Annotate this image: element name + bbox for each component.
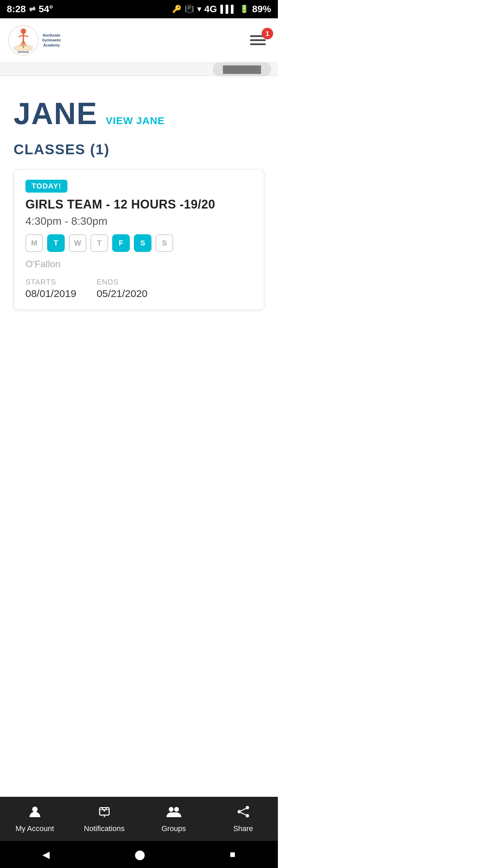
student-name: JANE (14, 96, 98, 131)
svg-point-2 (21, 28, 26, 34)
dates-row: STARTS 08/01/2019 ENDS 05/21/2020 (25, 278, 252, 299)
starts-label: STARTS (25, 278, 76, 287)
day-S-5: S (134, 234, 151, 252)
status-4g: 4G (204, 4, 217, 15)
status-time: 8:28 (7, 4, 26, 15)
status-left: 8:28 ⇌ 54° (7, 4, 53, 15)
menu-badge: 1 (262, 28, 273, 39)
divider-area: ▓▓▓▓▓▓▓ (0, 62, 278, 76)
hamburger-line-3 (250, 43, 266, 45)
day-T-1: T (47, 234, 65, 252)
divider-button[interactable]: ▓▓▓▓▓▓▓ (213, 62, 271, 76)
day-S-6: S (156, 234, 173, 252)
battery-icon: 🔋 (240, 5, 249, 14)
status-temp: 54° (39, 4, 53, 15)
day-M-0: M (25, 234, 43, 252)
days-row: MTWTFSS (25, 234, 252, 252)
menu-button-container: 1 (246, 31, 270, 49)
class-card: TODAY! GIRLS TEAM - 12 HOURS -19/20 4:30… (14, 169, 264, 310)
status-hotspot-icon: ⇌ (29, 5, 35, 14)
starts-date: 08/01/2019 (25, 288, 76, 299)
vibrate-icon: 📳 (185, 5, 194, 14)
class-time: 4:30pm - 8:30pm (25, 215, 252, 228)
classes-heading: CLASSES (1) (14, 141, 264, 158)
ends-label: ENDS (97, 278, 147, 287)
ends-date: 05/21/2020 (97, 288, 147, 299)
starts-group: STARTS 08/01/2019 (25, 278, 76, 299)
hamburger-line-2 (250, 39, 266, 41)
signal-icon: ▌▌▌ (220, 5, 236, 14)
class-title: GIRLS TEAM - 12 HOURS -19/20 (25, 197, 252, 212)
app-header: Northside Northside Gymnastic Academy 1 (0, 18, 278, 62)
day-W-2: W (69, 234, 86, 252)
logo-svg: Northside (9, 26, 38, 55)
class-location: O'Fallon (25, 259, 252, 270)
logo-container: Northside Northside Gymnastic Academy (8, 25, 61, 56)
wifi-icon: ▾ (197, 5, 201, 14)
status-battery: 89% (252, 4, 271, 15)
status-right: 🔑 📳 ▾ 4G ▌▌▌ 🔋 89% (172, 4, 271, 15)
ends-group: ENDS 05/21/2020 (97, 278, 147, 299)
student-header: JANE VIEW JANE (14, 96, 264, 131)
logo-text: Northside Gymnastic Academy (42, 33, 61, 47)
day-F-4: F (112, 234, 130, 252)
day-T-3: T (90, 234, 108, 252)
key-icon: 🔑 (172, 5, 181, 14)
logo: Northside (8, 25, 39, 56)
svg-text:Northside: Northside (18, 51, 29, 53)
view-student-link[interactable]: VIEW JANE (106, 115, 165, 126)
today-badge: TODAY! (25, 180, 67, 193)
main-content: JANE VIEW JANE CLASSES (1) TODAY! GIRLS … (0, 76, 278, 310)
status-bar: 8:28 ⇌ 54° 🔑 📳 ▾ 4G ▌▌▌ 🔋 89% (0, 0, 278, 18)
